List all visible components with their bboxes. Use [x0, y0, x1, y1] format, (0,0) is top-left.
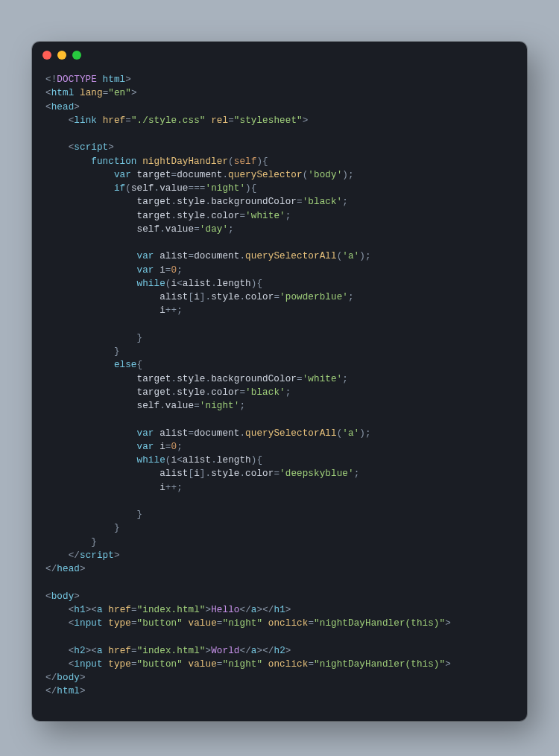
id-i-4: i	[160, 305, 165, 316]
kw-while-1: while	[137, 279, 165, 289]
val-indexhtml-2: "index.html"	[137, 646, 206, 656]
id-alist-6: alist	[160, 468, 188, 479]
prop-color-2: color	[245, 292, 274, 302]
prop-bgcolor-1: backgroundColor	[211, 197, 297, 207]
id-alist-4: alist	[160, 428, 188, 439]
attr-lang: lang	[80, 88, 103, 98]
str-deepskyblue: 'deepskyblue'	[280, 468, 354, 479]
val-button-1: "button"	[137, 618, 183, 629]
kw-var-3: var	[137, 265, 154, 276]
prop-length-1: length	[217, 279, 251, 289]
tag-a-1: a	[97, 605, 103, 615]
id-document-1: document	[177, 170, 222, 180]
val-lang: "en"	[108, 88, 131, 98]
prop-length-2: length	[217, 455, 251, 466]
str-white-2: 'white'	[303, 374, 343, 384]
tag-html-close: html	[57, 686, 80, 696]
prop-value-1: value	[160, 183, 188, 194]
id-alist-1: alist	[160, 251, 188, 261]
attr-href-3: href	[108, 646, 131, 656]
id-i-8: i	[160, 483, 165, 493]
attr-href-1: href	[103, 115, 126, 126]
attr-value-1: value	[189, 618, 217, 629]
val-night-1: "night"	[223, 618, 263, 629]
id-document-2: document	[194, 251, 239, 261]
prop-value-2: value	[165, 224, 194, 235]
fn-queryselectorall-2: querySelectorAll	[245, 428, 337, 439]
id-alist-2: alist	[183, 279, 211, 289]
tag-h2-open: h2	[74, 646, 85, 656]
id-document-3: document	[194, 428, 239, 439]
val-night-2: "night"	[223, 659, 263, 670]
fn-nightdayhandler: nightDayHandler	[142, 156, 228, 167]
str-white-1: 'white'	[245, 211, 285, 221]
fn-queryselectorall-1: querySelectorAll	[245, 251, 337, 261]
str-night-1: 'night'	[205, 183, 245, 194]
id-self-3: self	[137, 401, 160, 411]
close-icon[interactable]	[42, 51, 51, 60]
op-pp-2: ++	[165, 483, 177, 493]
tag-body-close: body	[57, 673, 80, 683]
zoom-icon[interactable]	[72, 51, 81, 60]
attr-value-2: value	[189, 659, 217, 670]
code-editor-content: <!DOCTYPE html> <html lang="en"> <head> …	[32, 69, 527, 706]
tag-h1-open: h1	[74, 605, 85, 615]
tag-input-2: input	[74, 659, 102, 670]
param-self: self	[234, 156, 257, 167]
id-alist-5: alist	[183, 455, 211, 466]
prop-style-6: style	[211, 468, 239, 479]
str-black-2: 'black'	[245, 387, 285, 398]
str-day: 'day'	[200, 224, 228, 235]
str-a-2: 'a'	[342, 428, 359, 439]
prop-color-1: color	[211, 211, 239, 221]
kw-var-5: var	[137, 442, 154, 452]
id-alist-3: alist	[160, 292, 188, 302]
val-stylesheet: "stylesheet"	[234, 115, 303, 126]
tag-head-open: head	[51, 102, 75, 112]
attr-onclick-2: onclick	[268, 659, 309, 670]
id-self-1: self	[131, 183, 154, 194]
txt-hello: Hello	[211, 605, 239, 615]
kw-var-1: var	[114, 170, 131, 180]
str-powderblue: 'powderblue'	[280, 292, 348, 302]
prop-style-1: style	[177, 197, 205, 207]
prop-bgcolor-2: backgroundColor	[211, 374, 297, 384]
tag-h2-close: h2	[274, 646, 285, 656]
prop-style-5: style	[177, 387, 205, 398]
fn-queryselector: querySelector	[228, 170, 303, 180]
str-night-2: 'night'	[200, 401, 240, 411]
tag-link: link	[74, 115, 97, 126]
prop-style-3: style	[211, 292, 239, 302]
tag-script-open: script	[74, 142, 108, 153]
val-button-2: "button"	[137, 659, 183, 670]
prop-value-3: value	[165, 401, 194, 411]
minimize-icon[interactable]	[57, 51, 66, 60]
tag-input-1: input	[74, 618, 102, 629]
kw-var-4: var	[137, 428, 154, 439]
str-a-1: 'a'	[342, 251, 359, 261]
id-target-1: target	[137, 170, 171, 180]
attr-href-2: href	[108, 605, 131, 615]
val-onclick-1: "nightDayHandler(this)"	[314, 618, 445, 629]
attr-type-1: type	[108, 618, 131, 629]
tag-html-open: html	[51, 88, 75, 98]
val-indexhtml-1: "index.html"	[137, 605, 206, 615]
prop-style-4: style	[177, 374, 205, 384]
id-i-7: i	[194, 468, 200, 479]
kw-if: if	[114, 183, 125, 194]
txt-world: World	[211, 646, 239, 656]
tag-h1-close: h1	[274, 605, 285, 615]
doctype-keyword: DOCTYPE	[57, 74, 97, 85]
id-i-1: i	[160, 265, 165, 276]
doctype-html: html	[103, 74, 126, 85]
str-black-1: 'black'	[303, 197, 343, 207]
kw-var-2: var	[137, 251, 154, 261]
op-pp-1: ++	[165, 305, 177, 316]
prop-style-2: style	[177, 211, 205, 221]
titlebar	[32, 42, 527, 69]
id-self-2: self	[137, 224, 160, 235]
kw-else: else	[114, 360, 137, 370]
id-target-5: target	[137, 387, 171, 398]
val-onclick-2: "nightDayHandler(this)"	[314, 659, 445, 670]
id-i-3: i	[194, 292, 200, 302]
